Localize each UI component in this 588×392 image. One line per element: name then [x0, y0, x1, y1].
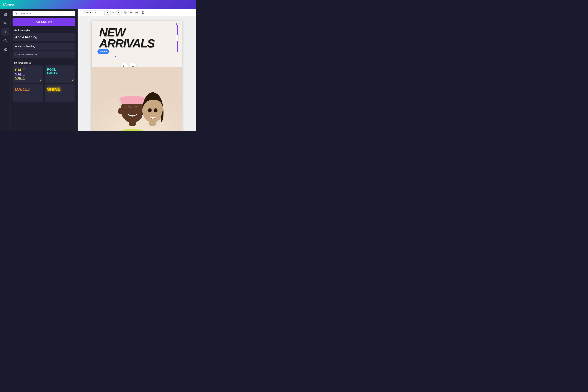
svg-point-42 [148, 108, 152, 112]
svg-rect-0 [4, 13, 5, 14]
font-card-shine[interactable]: SHINE [45, 84, 76, 102]
svg-rect-3 [6, 14, 6, 16]
pool-line1: POOL [47, 68, 73, 71]
canvas-title-line1: NEW [99, 27, 174, 38]
sale-line2: SALE [15, 72, 41, 76]
crown-badge-1: 👑 [39, 78, 42, 82]
svg-point-7 [5, 57, 6, 57]
svg-point-43 [154, 108, 158, 112]
side-resize-handle[interactable] [176, 35, 178, 41]
svg-point-10 [5, 58, 6, 58]
corner-resize-handle[interactable] [176, 23, 178, 25]
sidebar-item-apps[interactable] [2, 54, 9, 62]
svg-point-12 [4, 59, 4, 59]
marion-tooltip: Marion [98, 49, 109, 54]
pool-line2: PARTY [47, 71, 73, 75]
chevron-down-icon [94, 12, 96, 14]
font-card-baked[interactable]: BAKED [12, 84, 43, 102]
spacing-icon [141, 11, 144, 14]
svg-point-44 [142, 115, 143, 116]
search-container [10, 9, 78, 18]
font-selector[interactable]: Canva Sans [80, 10, 103, 15]
people-illustration [92, 68, 182, 131]
svg-point-45 [142, 117, 143, 118]
canva-logo: Canva [3, 2, 14, 7]
svg-point-15 [15, 13, 16, 14]
sidebar-item-upload[interactable] [2, 37, 9, 44]
app-header: Canva [0, 0, 196, 9]
canvas-title: NEW ARRIVALS [99, 27, 174, 49]
font-name-label: Canva Sans [82, 12, 93, 14]
svg-point-25 [136, 12, 136, 12]
sidebar-item-elements[interactable] [2, 19, 9, 27]
color-icon [124, 11, 127, 14]
sidebar-item-draw[interactable] [2, 46, 9, 53]
canvas-title-line2: ARRIVALS [99, 38, 174, 49]
text-panel: Add a text box Default text styles Add a… [10, 9, 78, 131]
toolbar: Canva Sans − 24 + [78, 9, 196, 16]
svg-rect-37 [121, 96, 144, 104]
sidebar-item-layout[interactable] [2, 10, 9, 18]
search-input[interactable] [18, 12, 73, 15]
cursor-icon: ➤ [113, 54, 118, 59]
main-content: Add a text box Default text styles Add a… [0, 9, 196, 131]
sale-line3: SALE [15, 76, 41, 80]
body-style-item[interactable]: Add a little bit of body text [12, 51, 76, 58]
heading-style-item[interactable]: Add a heading [12, 33, 76, 42]
canvas-area: Canva Sans − 24 + [78, 9, 196, 131]
canvas-content: NEW ARRIVALS Marion ➤ ↻ ⊕ [78, 16, 196, 131]
align-icon [130, 11, 132, 14]
svg-point-9 [4, 58, 4, 58]
align-button[interactable] [128, 10, 133, 15]
crown-badge-2: 👑 [71, 78, 74, 82]
spacing-button[interactable] [140, 10, 145, 15]
svg-point-14 [6, 59, 6, 59]
baked-text: BAKED [15, 87, 41, 92]
search-box[interactable] [12, 11, 76, 16]
toolbar-divider-2 [122, 10, 122, 14]
subheading-style-item[interactable]: Add a subheading [12, 42, 76, 50]
list-icon [135, 11, 138, 14]
canvas-photo [92, 68, 182, 131]
sale-line1: SALE [15, 68, 41, 72]
selected-text-box[interactable]: NEW ARRIVALS [96, 24, 178, 52]
font-card-sale[interactable]: SALE SALE SALE 👑 [12, 66, 43, 83]
svg-rect-1 [6, 13, 6, 14]
svg-point-11 [6, 58, 6, 58]
svg-point-8 [6, 57, 6, 57]
shine-text: SHINE [47, 87, 73, 92]
search-icon [14, 12, 17, 15]
default-styles-label: Default text styles [10, 28, 78, 33]
font-size-increase-button[interactable]: + [116, 10, 120, 14]
font-size-value[interactable]: 24 [110, 11, 116, 14]
list-button[interactable] [134, 10, 139, 15]
sidebar-item-text[interactable] [2, 28, 9, 36]
icon-sidebar [0, 9, 10, 131]
svg-point-27 [136, 13, 136, 14]
svg-point-18 [124, 12, 126, 14]
svg-point-13 [5, 59, 6, 59]
canvas-frame[interactable]: NEW ARRIVALS Marion ➤ ↻ ⊕ [92, 21, 182, 131]
font-combinations-section: Font combinations SALE SALE SALE 👑 POOL … [10, 59, 78, 103]
svg-point-6 [4, 57, 4, 57]
font-combinations-label: Font combinations [10, 60, 78, 66]
font-size-decrease-button[interactable]: − [106, 10, 110, 14]
add-text-box-button[interactable]: Add a text box [12, 18, 76, 26]
font-grid: SALE SALE SALE 👑 POOL PARTY 👑 BAK [10, 66, 78, 102]
font-size-control: − 24 + [106, 10, 120, 14]
svg-line-16 [16, 14, 17, 14]
font-card-pool-party[interactable]: POOL PARTY 👑 [45, 66, 76, 83]
svg-rect-2 [4, 14, 5, 16]
svg-point-26 [136, 12, 136, 13]
text-color-button[interactable] [123, 10, 128, 15]
svg-point-38 [118, 108, 124, 114]
